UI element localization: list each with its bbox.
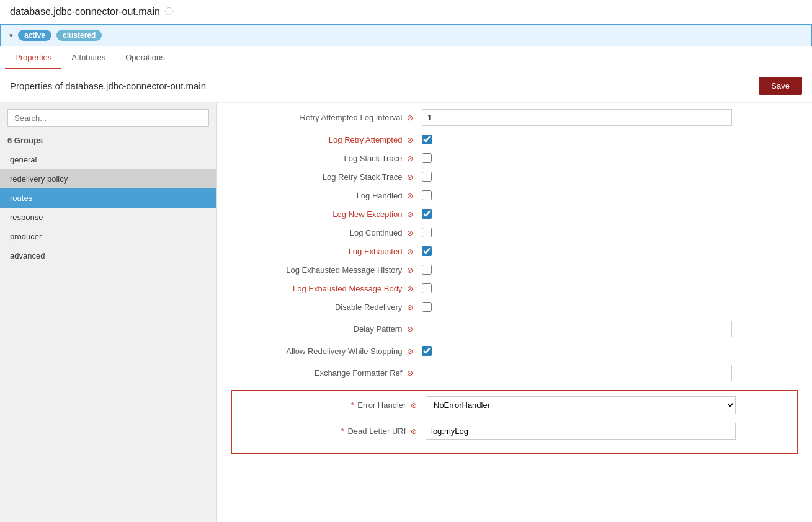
- help-icon-log-exhausted[interactable]: ⊘: [407, 247, 413, 256]
- tab-operations[interactable]: Operations: [115, 46, 175, 69]
- groups-label: 6 Groups: [0, 133, 216, 150]
- help-icon-log-stack-trace[interactable]: ⊘: [407, 154, 413, 163]
- checkbox-disable-redelivery[interactable]: [422, 302, 432, 312]
- tabs: Properties Attributes Operations: [0, 46, 812, 69]
- help-icon-log-continued[interactable]: ⊘: [407, 229, 413, 237]
- checkbox-log-continued[interactable]: [422, 228, 432, 237]
- label-log-exhausted: Log Exhausted ⊘: [236, 247, 422, 256]
- top-bar: database.jdbc-connector-out.main ⓘ: [0, 0, 812, 24]
- page-title: database.jdbc-connector-out.main: [10, 6, 160, 17]
- label-log-exhausted-message-history: Log Exhausted Message History ⊘: [236, 265, 422, 275]
- status-bar: ▾ active clustered: [0, 24, 812, 46]
- label-error-handler: * Error Handler ⊘: [239, 400, 426, 410]
- checkbox-log-stack-trace[interactable]: [422, 153, 432, 163]
- label-log-retry-stack-trace: Log Retry Stack Trace ⊘: [236, 172, 422, 182]
- tab-properties[interactable]: Properties: [5, 46, 61, 69]
- form-row-exchange-formatter-ref: Exchange Formatter Ref ⊘: [236, 365, 793, 381]
- checkbox-log-new-exception[interactable]: [422, 209, 432, 219]
- search-input[interactable]: [7, 109, 209, 127]
- form-row-log-exhausted: Log Exhausted ⊘: [236, 246, 793, 256]
- help-icon-retry-attempted-log-interval[interactable]: ⊘: [407, 113, 413, 122]
- help-icon-log-retry-attempted[interactable]: ⊘: [407, 136, 413, 144]
- form-row-log-continued: Log Continued ⊘: [236, 228, 793, 237]
- label-log-handled: Log Handled ⊘: [236, 191, 422, 200]
- form-row-dead-letter-uri: * Dead Letter URI ⊘: [239, 423, 790, 440]
- form-row-log-new-exception: Log New Exception ⊘: [236, 209, 793, 219]
- tab-attributes[interactable]: Attributes: [61, 46, 115, 69]
- input-dead-letter-uri[interactable]: [426, 423, 736, 440]
- content-area: Retry Attempted Log Interval ⊘ Log Retry…: [217, 103, 812, 522]
- help-icon-dead-letter-uri[interactable]: ⊘: [411, 427, 417, 436]
- checkbox-log-handled[interactable]: [422, 190, 432, 200]
- form-row-log-exhausted-message-history: Log Exhausted Message History ⊘: [236, 265, 793, 275]
- form-row-retry-attempted-log-interval: Retry Attempted Log Interval ⊘: [236, 109, 793, 126]
- select-error-handler[interactable]: NoErrorHandler DefaultErrorHandler DeadL…: [426, 396, 736, 414]
- properties-header: Properties of database.jdbc-connector-ou…: [0, 69, 812, 103]
- help-icon-log-handled[interactable]: ⊘: [407, 192, 413, 200]
- form-row-delay-pattern: Delay Pattern ⊘: [236, 321, 793, 337]
- label-log-exhausted-message-body: Log Exhausted Message Body ⊘: [236, 284, 422, 293]
- chevron-down-icon[interactable]: ▾: [9, 32, 13, 40]
- checkbox-log-exhausted[interactable]: [422, 246, 432, 256]
- sidebar-item-redelivery-policy[interactable]: redelivery policy: [0, 169, 216, 188]
- checkbox-allow-redelivery-while-stopping[interactable]: [422, 346, 432, 356]
- help-icon-exchange-formatter-ref[interactable]: ⊘: [407, 369, 413, 378]
- form-row-log-stack-trace: Log Stack Trace ⊘: [236, 153, 793, 163]
- properties-section-title: Properties of database.jdbc-connector-ou…: [10, 81, 206, 91]
- label-disable-redelivery: Disable Redelivery ⊘: [236, 303, 422, 312]
- sidebar-item-routes[interactable]: routes: [0, 188, 216, 208]
- badge-clustered[interactable]: clustered: [56, 30, 102, 41]
- help-icon-log-new-exception[interactable]: ⊘: [407, 210, 413, 219]
- sidebar: 6 Groups general redelivery policy route…: [0, 103, 217, 522]
- form-row-log-retry-stack-trace: Log Retry Stack Trace ⊘: [236, 172, 793, 182]
- label-log-new-exception: Log New Exception ⊘: [236, 210, 422, 219]
- label-retry-attempted-log-interval: Retry Attempted Log Interval ⊘: [236, 113, 422, 122]
- sidebar-item-response[interactable]: response: [0, 208, 216, 227]
- label-log-retry-attempted: Log Retry Attempted ⊘: [236, 135, 422, 144]
- form-row-log-retry-attempted: Log Retry Attempted ⊘: [236, 135, 793, 144]
- label-exchange-formatter-ref: Exchange Formatter Ref ⊘: [236, 368, 422, 378]
- form-row-log-handled: Log Handled ⊘: [236, 190, 793, 200]
- input-retry-attempted-log-interval[interactable]: [422, 109, 732, 126]
- form-row-allow-redelivery-while-stopping: Allow Redelivery While Stopping ⊘: [236, 346, 793, 356]
- sidebar-item-advanced[interactable]: advanced: [0, 246, 216, 265]
- label-delay-pattern: Delay Pattern ⊘: [236, 324, 422, 334]
- label-log-continued: Log Continued ⊘: [236, 228, 422, 237]
- input-delay-pattern[interactable]: [422, 321, 732, 337]
- badge-active[interactable]: active: [18, 30, 51, 41]
- sidebar-item-producer[interactable]: producer: [0, 227, 216, 246]
- form-row-error-handler: * Error Handler ⊘ NoErrorHandler Default…: [239, 396, 790, 414]
- help-icon-log-retry-stack-trace[interactable]: ⊘: [407, 173, 413, 182]
- checkbox-log-retry-stack-trace[interactable]: [422, 172, 432, 182]
- label-dead-letter-uri: * Dead Letter URI ⊘: [239, 427, 426, 436]
- form-row-log-exhausted-message-body: Log Exhausted Message Body ⊘: [236, 283, 793, 293]
- help-icon-log-exhausted-message-body[interactable]: ⊘: [407, 285, 413, 293]
- help-icon-disable-redelivery[interactable]: ⊘: [407, 303, 413, 312]
- help-icon-delay-pattern[interactable]: ⊘: [407, 325, 413, 334]
- form-row-disable-redelivery: Disable Redelivery ⊘: [236, 302, 793, 312]
- sidebar-item-general[interactable]: general: [0, 150, 216, 169]
- checkbox-log-exhausted-message-body[interactable]: [422, 283, 432, 293]
- info-icon[interactable]: ⓘ: [165, 6, 173, 17]
- help-icon-log-exhausted-message-history[interactable]: ⊘: [407, 266, 413, 275]
- label-log-stack-trace: Log Stack Trace ⊘: [236, 154, 422, 163]
- input-exchange-formatter-ref[interactable]: [422, 365, 732, 381]
- checkbox-log-exhausted-message-history[interactable]: [422, 265, 432, 275]
- help-icon-error-handler[interactable]: ⊘: [411, 401, 417, 410]
- main-layout: 6 Groups general redelivery policy route…: [0, 103, 812, 522]
- help-icon-allow-redelivery-while-stopping[interactable]: ⊘: [407, 347, 413, 356]
- label-allow-redelivery-while-stopping: Allow Redelivery While Stopping ⊘: [236, 347, 422, 356]
- checkbox-log-retry-attempted[interactable]: [422, 135, 432, 144]
- save-button[interactable]: Save: [759, 77, 802, 95]
- highlighted-section: * Error Handler ⊘ NoErrorHandler Default…: [231, 390, 798, 454]
